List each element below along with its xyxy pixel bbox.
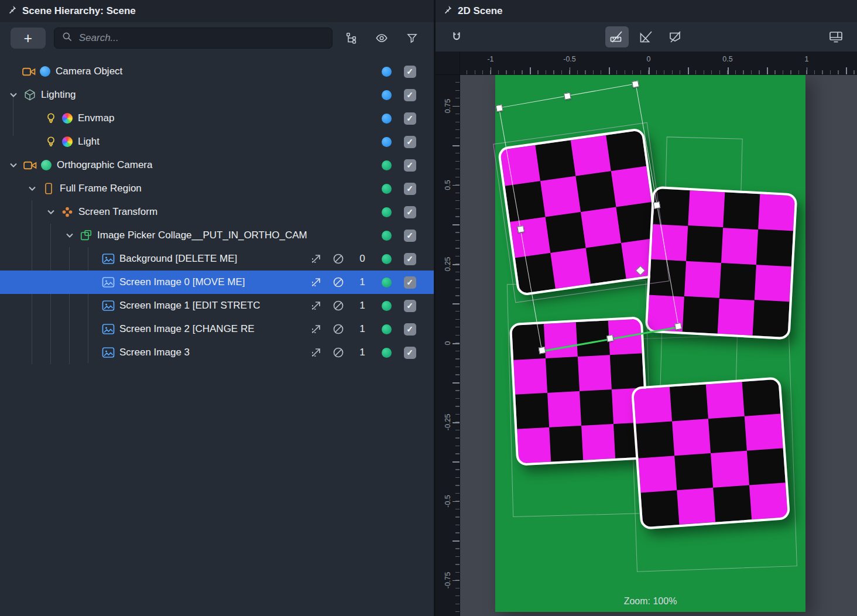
- layer-order-value: 1: [349, 300, 375, 312]
- status-dot[interactable]: [382, 90, 392, 100]
- selection-handle[interactable]: [606, 334, 614, 342]
- chevron-down-icon[interactable]: [62, 231, 77, 240]
- visibility-checkbox[interactable]: ✓: [404, 183, 416, 195]
- search-box[interactable]: [54, 28, 332, 49]
- ruler-label: -0.75: [444, 572, 452, 589]
- tree-row-background[interactable]: Background [DELETE ME] 0 ✓: [0, 247, 434, 271]
- visibility-checkbox[interactable]: ✓: [404, 112, 416, 125]
- filter-button[interactable]: [401, 28, 423, 49]
- selection-handle[interactable]: [496, 104, 503, 112]
- hierarchy-header: Scene Hierarchy: Scene: [0, 0, 434, 22]
- visibility-checkbox[interactable]: ✓: [404, 253, 416, 265]
- ruler-label: -0.25: [444, 414, 452, 431]
- tree-row-screen-image-3[interactable]: Screen Image 3 1 ✓: [0, 341, 434, 364]
- tree-row-orthographic-camera[interactable]: Orthographic Camera ✓: [0, 153, 434, 177]
- tree-row-full-frame-region[interactable]: Full Frame Region ✓: [0, 177, 434, 200]
- status-dot[interactable]: [382, 254, 392, 264]
- status-dot[interactable]: [382, 137, 392, 147]
- visibility-checkbox[interactable]: ✓: [404, 136, 416, 148]
- row-controls: ✓: [375, 136, 434, 148]
- viewport-layout-button[interactable]: [824, 26, 848, 47]
- slashed-circle-icon[interactable]: [327, 299, 349, 313]
- chevron-down-icon[interactable]: [6, 160, 21, 170]
- slashed-circle-icon[interactable]: [327, 252, 349, 266]
- chevron-down-icon[interactable]: [25, 184, 40, 193]
- selection-handle[interactable]: [653, 201, 661, 209]
- tree-row-light[interactable]: Light ✓: [0, 130, 434, 153]
- tree-row-screen-transform[interactable]: Screen Transform ✓: [0, 200, 434, 224]
- visibility-checkbox[interactable]: ✓: [404, 323, 416, 336]
- row-controls: ✓: [375, 183, 434, 195]
- tree-row-screen-image-1[interactable]: Screen Image 1 [EDIT STRETC 1 ✓: [0, 294, 434, 317]
- slashed-circle-icon[interactable]: [327, 322, 349, 336]
- status-dot[interactable]: [382, 231, 392, 241]
- 2d-viewport[interactable]: Zoom: 100%: [460, 75, 857, 616]
- search-input[interactable]: [79, 32, 325, 44]
- selection-handle[interactable]: [632, 80, 639, 88]
- image-icon: [100, 299, 117, 313]
- selection-handle[interactable]: [674, 323, 682, 330]
- visibility-checkbox[interactable]: ✓: [404, 159, 416, 172]
- status-dot[interactable]: [382, 207, 392, 217]
- magnet-snap-button[interactable]: [445, 26, 468, 47]
- cube-icon: [21, 88, 39, 101]
- status-dot[interactable]: [382, 348, 392, 358]
- visibility-checkbox[interactable]: ✓: [404, 66, 416, 78]
- status-dot[interactable]: [382, 184, 392, 194]
- scene-tree: Camera Object ✓ Lighting ✓: [0, 54, 434, 616]
- selection-handle[interactable]: [517, 225, 525, 233]
- pin-icon[interactable]: [443, 5, 453, 18]
- selection-handle[interactable]: [539, 347, 546, 354]
- row-controls: ✓: [375, 66, 434, 78]
- screen-image-3[interactable]: [631, 377, 790, 529]
- tree-row-envmap[interactable]: Envmap ✓: [0, 107, 434, 130]
- selection-handle[interactable]: [564, 93, 571, 100]
- stretch-mode-icon[interactable]: [305, 252, 327, 266]
- tree-row-image-picker-collage[interactable]: Image Picker Collage__PUT_IN_ORTHO_CAM ✓: [0, 224, 434, 247]
- expand-tree-button[interactable]: [341, 28, 363, 49]
- visibility-checkbox[interactable]: ✓: [404, 89, 416, 101]
- row-label: Background [DELETE ME]: [119, 253, 301, 265]
- app-window: Scene Hierarchy: Scene + Camera Object: [0, 0, 857, 616]
- tree-row-screen-image-0[interactable]: Screen Image 0 [MOVE ME] 1 ✓: [0, 271, 434, 294]
- chevron-down-icon[interactable]: [43, 207, 59, 217]
- row-controls: ✓: [375, 230, 434, 242]
- status-dot[interactable]: [382, 114, 392, 124]
- layer-order-value: 0: [349, 253, 375, 265]
- visibility-toggle-button[interactable]: [371, 28, 393, 49]
- hide-guides-button[interactable]: [635, 26, 658, 47]
- stretch-mode-icon[interactable]: [305, 345, 327, 360]
- visibility-checkbox[interactable]: ✓: [404, 300, 416, 312]
- stretch-mode-icon[interactable]: [305, 275, 327, 289]
- row-label: Envmap: [78, 112, 372, 124]
- status-dot[interactable]: [382, 278, 392, 288]
- layer-order-value: 1: [349, 347, 375, 358]
- stretch-mode-icon[interactable]: [305, 322, 327, 336]
- status-dot[interactable]: [382, 301, 392, 311]
- horizontal-ruler: -1 -0.5 0 0.5 1: [460, 52, 857, 75]
- row-controls: ✓: [375, 89, 434, 101]
- visibility-checkbox[interactable]: ✓: [404, 276, 416, 289]
- visibility-checkbox[interactable]: ✓: [404, 206, 416, 218]
- hide-rulers-button[interactable]: [605, 26, 629, 47]
- add-object-button[interactable]: +: [11, 28, 46, 49]
- row-controls: ✓: [375, 112, 434, 125]
- visibility-checkbox[interactable]: ✓: [404, 347, 416, 359]
- status-dot[interactable]: [382, 324, 392, 334]
- status-dot[interactable]: [382, 160, 392, 170]
- tree-row-lighting[interactable]: Lighting ✓: [0, 83, 434, 107]
- row-label: Lighting: [41, 89, 372, 101]
- stretch-mode-icon[interactable]: [305, 299, 327, 313]
- tree-row-screen-image-2[interactable]: Screen Image 2 [CHANGE RE 1 ✓: [0, 317, 434, 341]
- pin-icon[interactable]: [7, 5, 17, 18]
- chevron-down-icon[interactable]: [6, 90, 21, 100]
- status-dot[interactable]: [382, 67, 392, 77]
- visibility-checkbox[interactable]: ✓: [404, 230, 416, 242]
- search-icon: [61, 31, 73, 46]
- tree-row-camera-object[interactable]: Camera Object ✓: [0, 60, 434, 83]
- hide-bounds-button[interactable]: [664, 26, 687, 47]
- row-controls: 1 ✓: [305, 299, 434, 313]
- slashed-circle-icon[interactable]: [327, 345, 349, 360]
- row-label: Light: [78, 136, 372, 148]
- slashed-circle-icon[interactable]: [327, 275, 349, 289]
